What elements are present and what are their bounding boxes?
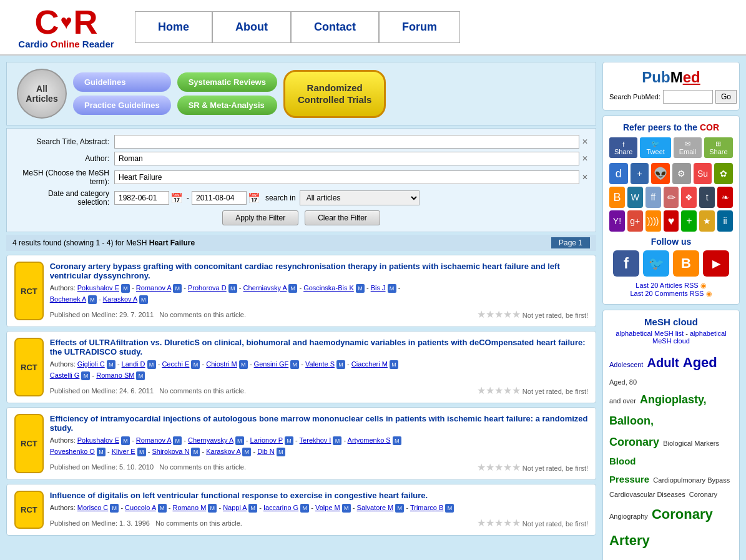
author-link[interactable]: Chiostri M [206,360,237,368]
cat-systematic-button[interactable]: Systematic Reviews [177,72,277,92]
author-clear-icon[interactable]: ✕ [582,154,588,163]
wordpress-icon[interactable]: W [627,187,643,208]
calendar-to-icon[interactable]: 📅 [248,192,260,204]
title-search-input[interactable] [114,135,579,149]
author-link[interactable]: Terekhov I [300,436,331,444]
author-link[interactable]: Chernyavsky A [188,436,233,444]
mesh-alphabetical-link[interactable]: alphabetical MeSH list [616,330,684,337]
author-link[interactable]: Poveshenko O [50,448,95,455]
heart-icon[interactable]: ♥ [664,210,679,232]
pencil-icon[interactable]: ✏ [664,187,679,208]
email-button[interactable]: ✉ Email [674,137,702,158]
title-clear-icon[interactable]: ✕ [582,137,588,146]
author-link[interactable]: Landi D [122,360,145,368]
nav-forum[interactable]: Forum [379,11,460,43]
author-link[interactable]: Cuocolo A [125,504,156,511]
award-icon[interactable]: ★ [699,210,715,232]
pubmed-icon[interactable]: M [388,284,396,293]
author-link[interactable]: Cecchi E [162,360,189,368]
pubmed-icon[interactable]: M [121,284,130,293]
author-link[interactable]: Giglioli C [77,360,105,368]
author-link[interactable]: Shirokova N [152,448,189,455]
author-link[interactable]: Larionov P [250,436,283,444]
rss-articles-link[interactable]: Last 20 Articles RSS [636,282,698,289]
author-input[interactable] [114,152,579,165]
search-in-select[interactable]: All articles Guidelines SR & Meta-Analys… [300,190,420,205]
cat-guidelines-button[interactable]: Guidelines [73,72,171,92]
pubmed-icon[interactable]: M [228,284,237,293]
pubmed-icon[interactable]: M [173,284,182,293]
author-link[interactable]: Volpe M [315,504,340,511]
author-link[interactable]: Karaskov A [103,295,137,303]
page-button[interactable]: Page 1 [551,237,590,248]
blogger-icon[interactable]: B [609,187,625,208]
author-link[interactable]: Romano M [173,504,207,511]
friendfeed-icon[interactable]: ff [645,187,661,208]
author-link[interactable]: Cherniavsky A [243,284,287,292]
yahoo-icon[interactable]: Y! [609,210,625,232]
nav-about[interactable]: About [212,11,291,43]
author-link[interactable]: Bochenek A [50,295,86,303]
apply-filter-button[interactable]: Apply the Filter [222,210,298,225]
share-button[interactable]: ⊞ Share [704,137,733,158]
stumble-icon[interactable]: Su [694,163,712,184]
cat-rct-button[interactable]: Randomized Controlled Trials [283,70,386,118]
author-link[interactable]: Pokushalov E [77,436,119,444]
author-link[interactable]: Karaskov A [206,448,240,455]
author-link[interactable]: Morisco C [77,504,109,511]
author-link[interactable]: Trimarco B [410,504,443,511]
author-link[interactable]: Dib N [257,448,275,455]
date-from-input[interactable] [114,191,169,205]
author-link[interactable]: Romanov A [136,436,171,444]
buzz-icon[interactable]: ⚙ [672,163,691,184]
author-link[interactable]: Kliver E [112,448,135,455]
pubmed-icon[interactable]: M [288,284,297,293]
reddit-icon[interactable]: 👽 [651,163,670,184]
author-link[interactable]: Ciaccheri M [351,360,388,368]
mesh-clear-icon[interactable]: ✕ [582,173,588,182]
tweet-button[interactable]: 🐦 Tweet [640,137,671,158]
author-link[interactable]: Salvatore M [357,504,394,511]
author-link[interactable]: Bis J [371,284,386,292]
nav-home[interactable]: Home [135,11,212,43]
addthis-icon[interactable]: + [681,210,697,232]
fb-share-button[interactable]: f Share [609,137,637,158]
rss-comments-link[interactable]: Last 20 Comments RSS [630,290,704,297]
pubmed-icon[interactable]: M [139,295,148,304]
nav-contact[interactable]: Contact [291,11,379,43]
blogger-follow-icon[interactable]: B [673,250,699,277]
author-link[interactable]: Artyomenko S [348,436,391,444]
youtube-follow-icon[interactable]: ▶ [703,250,729,277]
calendar-from-icon[interactable]: 📅 [170,192,183,204]
author-link[interactable]: Pokushalov E [77,284,119,292]
rss2-icon[interactable]: )))) [645,210,661,232]
pubmed-go-button[interactable]: Go [715,90,737,104]
facebook-follow-icon[interactable]: f [613,250,639,277]
mesh-input[interactable] [114,170,579,184]
tumblr-icon[interactable]: t [699,187,715,208]
kwippit-icon[interactable]: ✿ [714,163,733,184]
digg-icon[interactable]: + [631,163,649,184]
author-link[interactable]: Romano SM [96,371,134,379]
google-plus-icon[interactable]: g+ [627,210,643,232]
author-link[interactable]: Goscinska-Bis K [303,284,354,292]
cat-practice-button[interactable]: Practice Guidelines [73,96,171,115]
reddish-icon[interactable]: ❧ [717,187,733,208]
author-link[interactable]: Nappi A [223,504,247,511]
author-link[interactable]: Romanov A [136,284,171,292]
pubmed-icon[interactable]: M [356,284,365,293]
pubmed-search-input[interactable] [663,90,713,104]
cat-srmeta-button[interactable]: SR & Meta-Analysis [177,96,277,115]
cat-all-button[interactable]: All Articles [17,69,67,119]
pubmed-icon[interactable]: M [88,295,97,304]
author-link[interactable]: Gensini GF [254,360,289,368]
delicio2-icon[interactable]: ❖ [681,187,697,208]
author-link[interactable]: Castelli G [50,371,80,379]
clear-filter-button[interactable]: Clear the Filter [305,210,380,225]
info-icon[interactable]: ii [717,210,733,232]
author-link[interactable]: Valente S [305,360,335,368]
twitter-follow-icon[interactable]: 🐦 [643,250,669,277]
delicious-icon[interactable]: d [609,163,628,184]
author-link[interactable]: Prohorova D [188,284,227,292]
date-to-input[interactable] [192,191,247,205]
